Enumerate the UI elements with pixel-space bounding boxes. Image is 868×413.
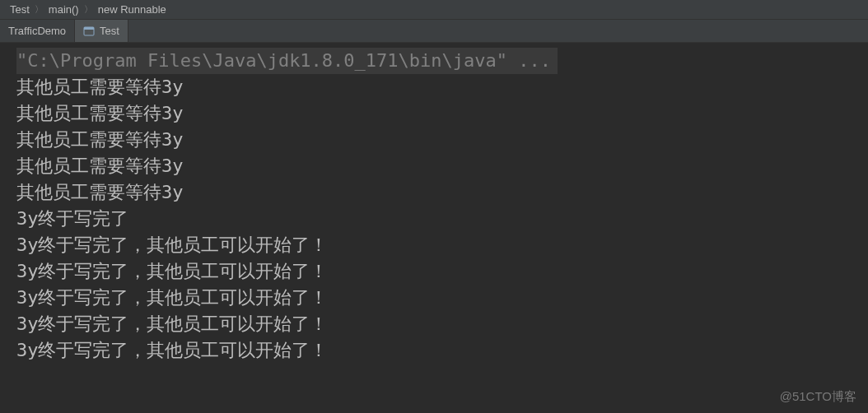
console-line: 3y终于写完了，其他员工可以开始了！: [16, 258, 865, 285]
console-line: 3y终于写完了，其他员工可以开始了！: [16, 285, 865, 311]
watermark: @51CTO博客: [780, 389, 856, 405]
breadcrumb-item[interactable]: main(): [45, 3, 82, 16]
breadcrumb-item[interactable]: Test: [7, 3, 33, 16]
console-line: 其他员工需要等待3y: [16, 153, 865, 179]
console-output[interactable]: "C:\Program Files\Java\jdk1.8.0_171\bin\…: [0, 43, 868, 369]
tab-label: TrafficDemo: [8, 25, 66, 37]
console-line: 其他员工需要等待3y: [16, 127, 865, 153]
tab-traffic-demo[interactable]: TrafficDemo: [0, 20, 75, 42]
tab-label: Test: [100, 25, 119, 37]
console-line: 其他员工需要等待3y: [16, 74, 865, 100]
console-command-line: "C:\Program Files\Java\jdk1.8.0_171\bin\…: [16, 48, 865, 74]
console-line: 其他员工需要等待3y: [16, 100, 865, 127]
application-icon: [83, 26, 95, 37]
console-command: "C:\Program Files\Java\jdk1.8.0_171\bin\…: [16, 48, 558, 74]
breadcrumb-item[interactable]: new Runnable: [95, 3, 170, 16]
svg-rect-1: [84, 27, 94, 30]
breadcrumb: Test 〉 main() 〉 new Runnable: [0, 0, 868, 20]
chevron-right-icon: 〉: [82, 3, 95, 16]
console-line: 其他员工需要等待3y: [16, 179, 865, 206]
console-line: 3y终于写完了: [16, 206, 865, 232]
run-tabs: TrafficDemo Test: [0, 20, 868, 43]
console-line: 3y终于写完了，其他员工可以开始了！: [16, 337, 865, 364]
tab-test[interactable]: Test: [75, 20, 128, 42]
console-line: 3y终于写完了，其他员工可以开始了！: [16, 311, 865, 337]
chevron-right-icon: 〉: [33, 3, 45, 16]
console-line: 3y终于写完了，其他员工可以开始了！: [16, 232, 865, 258]
